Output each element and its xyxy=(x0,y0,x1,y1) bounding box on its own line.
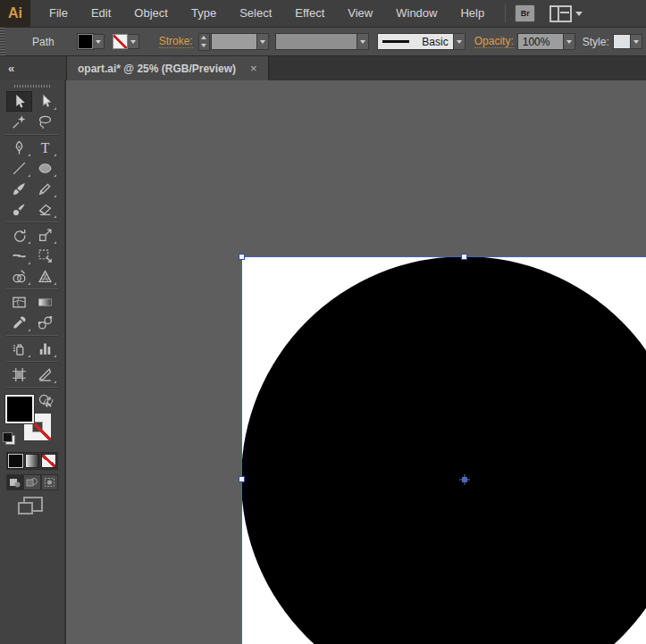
width-icon xyxy=(12,248,27,263)
style-arrow[interactable] xyxy=(631,34,642,49)
free-transform-tool[interactable] xyxy=(32,246,58,266)
bridge-button[interactable]: Br xyxy=(515,4,535,22)
blob-brush-tool[interactable] xyxy=(6,199,32,220)
paint-gradient-button[interactable] xyxy=(25,454,40,468)
width-tool[interactable] xyxy=(6,246,32,266)
stroke-none-swatch[interactable] xyxy=(113,34,128,49)
width-profile-arrow[interactable] xyxy=(357,33,369,50)
draw-inside-button[interactable] xyxy=(41,474,58,490)
default-fill-stroke-icon[interactable] xyxy=(3,432,15,445)
eyedropper-tool[interactable] xyxy=(6,313,32,333)
fill-dropdown-arrow[interactable] xyxy=(93,34,105,49)
black-circle-shape[interactable] xyxy=(241,256,646,644)
eraser-tool[interactable] xyxy=(32,199,58,220)
tab-close-icon[interactable]: × xyxy=(250,63,257,74)
style-combo[interactable] xyxy=(613,33,642,50)
canvas-area[interactable] xyxy=(66,80,646,644)
brush-field[interactable]: Basic xyxy=(377,33,454,50)
opacity-combo[interactable]: 100% xyxy=(517,33,575,50)
lasso-icon xyxy=(38,114,53,130)
fill-color-proxy[interactable] xyxy=(5,395,34,423)
draw-behind-button[interactable] xyxy=(23,474,40,490)
symbol-sprayer-icon xyxy=(12,341,27,356)
menu-object[interactable]: Object xyxy=(122,0,180,27)
menu-effect[interactable]: Effect xyxy=(283,0,336,27)
paint-none-button[interactable] xyxy=(41,454,56,468)
stroke-weight-arrow[interactable] xyxy=(257,33,269,50)
selection-handle-top-left[interactable] xyxy=(239,254,245,260)
draw-normal-button[interactable] xyxy=(6,474,23,490)
opacity-arrow[interactable] xyxy=(564,33,575,50)
pencil-icon xyxy=(38,181,53,197)
ellipse-icon xyxy=(38,161,53,176)
opacity-field[interactable]: 100% xyxy=(517,33,564,50)
symbol-sprayer-tool[interactable] xyxy=(6,339,32,359)
blend-tool[interactable] xyxy=(32,313,58,333)
pencil-tool[interactable] xyxy=(32,179,58,199)
opacity-panel-link[interactable]: Opacity: xyxy=(474,35,514,48)
panel-collapse-icon[interactable]: « xyxy=(8,62,13,75)
menu-window[interactable]: Window xyxy=(384,0,449,27)
selection-handle-middle-left[interactable] xyxy=(239,476,245,482)
selection-icon xyxy=(12,94,27,109)
stepper-down-icon xyxy=(201,44,206,47)
stroke-dropdown-arrow[interactable] xyxy=(128,34,139,49)
magic-wand-tool[interactable] xyxy=(6,112,32,132)
shape-builder-tool[interactable] xyxy=(6,266,32,287)
type-tool[interactable]: T xyxy=(32,138,58,158)
slice-icon xyxy=(38,367,53,382)
document-tab[interactable]: opart.ai* @ 25% (RGB/Preview) × xyxy=(67,56,269,80)
swap-fill-stroke-icon[interactable] xyxy=(42,395,55,411)
perspective-grid-tool[interactable] xyxy=(32,266,58,287)
menu-select[interactable]: Select xyxy=(228,0,283,27)
stroke-weight-combo[interactable] xyxy=(211,33,269,50)
blob-brush-icon xyxy=(12,202,27,217)
selection-tool[interactable] xyxy=(6,91,32,112)
width-profile-field[interactable] xyxy=(275,33,357,50)
fill-color-control[interactable] xyxy=(78,34,105,49)
rotate-tool[interactable] xyxy=(6,225,32,246)
stroke-weight-field[interactable] xyxy=(211,33,257,50)
tool-group-divider xyxy=(6,134,58,136)
stroke-panel-link[interactable]: Stroke: xyxy=(159,35,193,48)
gradient-tool[interactable] xyxy=(32,292,58,313)
panel-grip[interactable] xyxy=(0,28,5,55)
eraser-icon xyxy=(38,202,53,217)
slice-tool[interactable] xyxy=(32,364,58,385)
width-profile-combo[interactable] xyxy=(275,33,369,50)
paint-mode-row xyxy=(6,452,58,470)
scale-tool[interactable] xyxy=(32,225,58,246)
fill-swatch[interactable] xyxy=(78,34,93,49)
direct-selection-tool[interactable] xyxy=(32,91,58,112)
menu-type[interactable]: Type xyxy=(180,0,228,27)
brush-definition-combo[interactable]: Basic xyxy=(377,33,466,50)
menu-file[interactable]: File xyxy=(38,0,80,27)
change-screen-mode-icon[interactable] xyxy=(18,497,41,514)
stroke-weight-stepper[interactable] xyxy=(198,33,210,51)
selection-handle-top-middle[interactable] xyxy=(461,254,467,260)
menu-help[interactable]: Help xyxy=(449,0,496,27)
menu-edit[interactable]: Edit xyxy=(80,0,122,27)
artboard[interactable] xyxy=(241,256,646,644)
app-logo-icon: Ai xyxy=(0,0,30,27)
paint-color-button[interactable] xyxy=(8,454,23,468)
mesh-icon xyxy=(12,295,27,310)
column-graph-tool[interactable] xyxy=(32,339,58,359)
pen-tool[interactable] xyxy=(6,138,32,158)
menu-view[interactable]: View xyxy=(336,0,384,27)
style-swatch[interactable] xyxy=(613,34,631,49)
stroke-color-control[interactable] xyxy=(113,34,139,49)
brush-arrow[interactable] xyxy=(454,33,466,50)
panel-grip-dots[interactable] xyxy=(14,85,50,88)
workspace-switcher-button[interactable] xyxy=(550,5,583,22)
line-segment-tool[interactable] xyxy=(6,158,32,179)
artboard-tool[interactable] xyxy=(6,364,32,385)
lasso-tool[interactable] xyxy=(32,112,58,132)
ellipse-tool[interactable] xyxy=(32,158,58,179)
blend-icon xyxy=(38,315,53,330)
menu-items: FileEditObjectTypeSelectEffectViewWindow… xyxy=(38,0,496,27)
mesh-tool[interactable] xyxy=(6,292,32,313)
paintbrush-tool[interactable] xyxy=(6,179,32,199)
gradient-icon xyxy=(38,295,53,310)
draw-normal-icon xyxy=(9,477,21,488)
